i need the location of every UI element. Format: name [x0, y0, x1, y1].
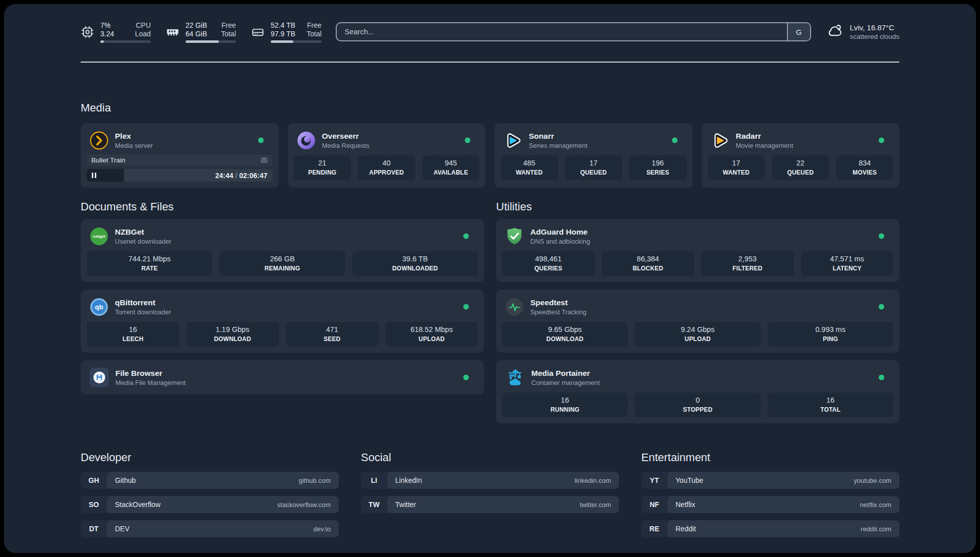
stat-ping: 0.993 ms PING	[768, 322, 893, 347]
memory-progress-bar	[186, 40, 236, 43]
speedtest-icon	[505, 298, 524, 316]
bookmark-stackoverflow[interactable]: SO StackOverflow stackoverflow.com	[81, 496, 339, 513]
service-name: Speedtest	[530, 298, 586, 307]
bookmark-abbr: NF	[641, 496, 667, 513]
bookmark-abbr: YT	[641, 472, 667, 489]
stat-filtered: 2,953 FILTERED	[701, 251, 794, 276]
bookmark-netflix[interactable]: NF Netflix netflix.com	[641, 496, 899, 513]
service-link-radarr[interactable]: Radarr Movie management	[708, 129, 894, 151]
service-desc: Speedtest Tracking	[530, 308, 586, 316]
bookmark-url: netflix.com	[860, 501, 891, 509]
status-dot	[463, 234, 469, 239]
service-desc: Container management	[531, 378, 600, 387]
service-link-sonarr[interactable]: Sonarr Series management	[501, 129, 687, 151]
service-desc: Usenet downloader	[115, 237, 171, 246]
service-link-adguard[interactable]: AdGuard Home DNS and adblocking	[502, 225, 893, 247]
bookmark-name: YouTube	[676, 476, 703, 484]
section-social: Social LI LinkedIn linkedin.com TW Twitt…	[361, 451, 619, 513]
service-card-portainer: Media Portainer Container management 16 …	[496, 360, 899, 423]
bookmark-dev[interactable]: DT DEV dev.to	[81, 520, 339, 537]
section-title-social: Social	[361, 451, 619, 465]
bookmark-name: StackOverflow	[115, 500, 160, 509]
service-desc: DNS and adblocking	[530, 237, 590, 246]
cpu-load-label: Load	[135, 30, 151, 38]
stat-stopped: 0 STOPPED	[635, 393, 760, 417]
bookmark-reddit[interactable]: RE Reddit reddit.com	[641, 520, 899, 537]
stat-wanted: 485 WANTED	[501, 155, 558, 180]
section-title-entertainment: Entertainment	[641, 451, 899, 465]
service-link-plex[interactable]: Plex Media server	[87, 129, 273, 151]
memory-total-label: Total	[221, 30, 236, 38]
topbar-divider	[81, 62, 899, 63]
service-desc: Media File Management	[115, 378, 186, 387]
now-playing-title: Bullet Train	[91, 156, 126, 164]
section-developer: Developer GH Github github.com SO StackO…	[81, 451, 339, 537]
service-card-sonarr: Sonarr Series management 485 WANTED 17 Q…	[495, 123, 693, 188]
service-card-qbittorrent: qb qBittorrent Torrent downloader 16 LEE…	[81, 290, 484, 353]
bookmark-abbr: TW	[361, 496, 387, 513]
bookmark-abbr: LI	[361, 472, 387, 489]
section-utilities: Utilities	[496, 200, 899, 423]
service-link-speedtest[interactable]: Speedtest Speedtest Tracking	[502, 296, 893, 318]
bookmark-url: twitter.com	[580, 501, 611, 509]
bookmark-url: stackoverflow.com	[277, 501, 331, 509]
bookmark-url: reddit.com	[861, 525, 891, 533]
bookmark-name: Twitter	[395, 500, 416, 509]
section-entertainment: Entertainment YT YouTube youtube.com NF …	[641, 451, 899, 537]
service-card-overseerr: Overseerr Media Requests 21 PENDING 40 A…	[288, 123, 486, 188]
stat-total: 16 TOTAL	[768, 393, 893, 417]
plex-icon	[90, 131, 108, 150]
service-desc: Media server	[115, 141, 153, 150]
stat-approved: 40 APPROVED	[358, 155, 415, 180]
memory-total-value: 64 GiB	[186, 30, 210, 38]
service-link-portainer[interactable]: Media Portainer Container management	[502, 366, 893, 388]
adguard-icon	[505, 227, 524, 246]
search-bar: G	[336, 22, 811, 41]
bookmark-linkedin[interactable]: LI LinkedIn linkedin.com	[361, 472, 619, 489]
status-dot	[879, 138, 884, 143]
stat-latency: 47.571 ms LATENCY	[801, 251, 894, 276]
stat-series: 196 SERIES	[629, 155, 687, 180]
bookmark-twitter[interactable]: TW Twitter twitter.com	[361, 496, 619, 513]
disk-total-value: 97.9 TB	[271, 30, 295, 38]
stat-remaining: 266 GB REMAINING	[219, 251, 345, 276]
service-card-plex: Plex Media server Bullet Train	[81, 123, 279, 188]
service-name: NZBGet	[115, 227, 171, 237]
bookmark-url: dev.to	[314, 525, 331, 533]
disk-total-label: Total	[307, 30, 322, 38]
service-link-overseerr[interactable]: Overseerr Media Requests	[294, 129, 480, 151]
search-input[interactable]	[337, 23, 787, 40]
weather-condition: scattered clouds	[850, 32, 899, 41]
bookmark-abbr: DT	[81, 520, 107, 537]
dashboard-page: 7% 3.24 CPU Load	[4, 4, 976, 553]
bookmark-url: youtube.com	[854, 477, 891, 484]
bookmark-name: DEV	[115, 525, 130, 533]
stat-rate: 744.21 Mbps RATE	[87, 251, 212, 276]
disk-free-label: Free	[307, 21, 322, 30]
bookmark-github[interactable]: GH Github github.com	[81, 472, 339, 489]
resource-widgets: 7% 3.24 CPU Load	[81, 21, 322, 43]
section-title-documents: Documents & Files	[81, 200, 484, 214]
search-provider-button[interactable]: G	[787, 23, 810, 40]
qbittorrent-icon: qb	[90, 298, 108, 316]
nzbget-icon: nzbget	[90, 227, 108, 246]
stat-upload: 9.24 Gbps UPLOAD	[635, 322, 760, 347]
status-dot	[465, 138, 470, 143]
service-name: Radarr	[736, 131, 793, 141]
cpu-load-value: 3.24	[100, 30, 125, 38]
service-link-nzbget[interactable]: nzbget NZBGet Usenet downloader	[87, 225, 478, 247]
cloud-icon	[825, 22, 843, 42]
service-desc: Torrent downloader	[115, 308, 171, 316]
stat-running: 16 RUNNING	[502, 393, 628, 417]
service-link-qbittorrent[interactable]: qb qBittorrent Torrent downloader	[87, 296, 478, 318]
cpu-progress-bar	[100, 40, 151, 43]
playback-time: 24:44 / 02:06:47	[215, 172, 273, 180]
service-name: File Browser	[115, 368, 186, 378]
memory-icon	[166, 25, 179, 39]
service-link-filebrowser[interactable]: File Browser Media File Management	[87, 366, 478, 388]
bookmark-youtube[interactable]: YT YouTube youtube.com	[641, 472, 899, 489]
stat-seed: 471 SEED	[286, 322, 379, 347]
stat-pending: 21 PENDING	[294, 155, 351, 180]
disk-free-value: 52.4 TB	[271, 21, 295, 30]
service-desc: Media Requests	[322, 141, 370, 150]
